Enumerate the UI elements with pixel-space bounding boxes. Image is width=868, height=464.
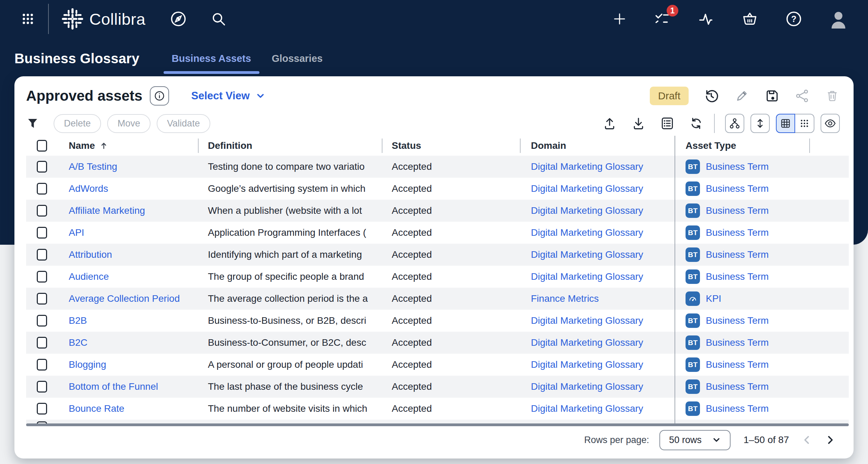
asset-name-link[interactable]: Audience <box>69 271 109 282</box>
basket-icon[interactable] <box>741 10 759 28</box>
asset-type-link[interactable]: Business Term <box>706 359 769 370</box>
column-header-name[interactable]: Name <box>69 136 199 156</box>
activity-icon[interactable] <box>697 10 715 28</box>
row-checkbox[interactable] <box>37 337 47 349</box>
status-cell: Accepted <box>382 337 521 348</box>
report-list-icon[interactable] <box>660 116 675 131</box>
domain-link[interactable]: Digital Marketing Glossary <box>531 161 643 172</box>
name-cell: B2C <box>69 337 199 348</box>
app-grid-icon[interactable] <box>20 11 36 27</box>
tab-glossaries[interactable]: Glossaries <box>261 41 333 76</box>
hierarchy-view-button[interactable] <box>725 114 744 133</box>
delete-button[interactable]: Delete <box>54 114 101 133</box>
delete-trash-icon[interactable] <box>825 88 840 103</box>
row-checkbox[interactable] <box>37 381 47 393</box>
column-header-asset-type[interactable]: Asset Type <box>675 136 810 156</box>
asset-type-link[interactable]: Business Term <box>706 205 769 216</box>
column-header-definition[interactable]: Definition <box>199 136 382 156</box>
info-icon[interactable] <box>150 86 169 106</box>
asset-name-link[interactable]: Blogging <box>69 359 106 370</box>
definition-cell: A personal or group of people updati <box>199 359 382 370</box>
search-icon[interactable] <box>210 10 227 27</box>
import-download-icon[interactable] <box>631 116 646 131</box>
domain-link[interactable]: Digital Marketing Glossary <box>531 183 643 194</box>
tile-view-button[interactable] <box>795 114 814 133</box>
move-button[interactable]: Move <box>107 114 151 133</box>
asset-name-link[interactable]: AdWords <box>69 183 108 194</box>
domain-link[interactable]: Digital Marketing Glossary <box>531 337 643 348</box>
validate-button[interactable]: Validate <box>157 114 210 133</box>
asset-type-link[interactable]: Business Term <box>706 227 769 238</box>
asset-name-link[interactable]: Affiliate Marketing <box>69 205 145 216</box>
domain-link[interactable]: Digital Marketing Glossary <box>531 403 643 414</box>
help-icon[interactable]: ? <box>785 10 803 28</box>
asset-type-link[interactable]: Business Term <box>706 403 769 414</box>
row-checkbox[interactable] <box>37 359 47 371</box>
row-checkbox[interactable] <box>37 293 47 305</box>
name-cell: Bottom of the Funnel <box>69 381 199 392</box>
rows-per-page-select[interactable]: 50 rows <box>659 430 731 450</box>
share-icon[interactable] <box>794 88 810 104</box>
asset-type-link[interactable]: Business Term <box>706 315 769 326</box>
create-plus-icon[interactable] <box>612 11 627 27</box>
history-icon[interactable] <box>703 88 720 104</box>
domain-link[interactable]: Digital Marketing Glossary <box>531 359 643 370</box>
edit-pencil-icon[interactable] <box>734 88 750 104</box>
asset-name-link[interactable]: API <box>69 227 84 238</box>
asset-type-link[interactable]: Business Term <box>706 271 769 282</box>
select-all-checkbox[interactable] <box>37 140 47 152</box>
domain-link[interactable]: Digital Marketing Glossary <box>531 315 643 326</box>
row-checkbox[interactable] <box>37 227 47 239</box>
asset-name-link[interactable]: Attribution <box>69 249 112 260</box>
asset-type-link[interactable]: Business Term <box>706 161 769 172</box>
table-row: Bottom of the Funnel The last phase of t… <box>26 376 849 398</box>
domain-link[interactable]: Digital Marketing Glossary <box>531 381 643 392</box>
previous-page-button[interactable] <box>799 432 815 448</box>
name-cell: Blogging <box>69 359 199 370</box>
select-view-dropdown[interactable]: Select View <box>191 90 265 102</box>
collibra-logo[interactable]: Collibra <box>61 8 145 30</box>
tasks-icon[interactable]: 1 <box>654 10 671 27</box>
asset-name-link[interactable]: Average Collection Period <box>69 293 180 304</box>
asset-type-link[interactable]: KPI <box>706 293 721 304</box>
refresh-icon[interactable] <box>689 116 704 131</box>
next-page-button[interactable] <box>822 432 838 448</box>
save-icon[interactable] <box>764 88 780 104</box>
domain-link[interactable]: Digital Marketing Glossary <box>531 227 643 238</box>
preview-button[interactable] <box>821 114 840 133</box>
row-checkbox[interactable] <box>37 183 47 195</box>
user-avatar[interactable] <box>829 9 848 29</box>
row-checkbox[interactable] <box>37 403 47 415</box>
domain-link[interactable]: Digital Marketing Glossary <box>531 205 643 216</box>
domain-link[interactable]: Finance Metrics <box>531 293 599 304</box>
asset-name-link[interactable]: Bottom of the Funnel <box>69 381 158 392</box>
domain-link[interactable]: Digital Marketing Glossary <box>531 249 643 260</box>
row-checkbox[interactable] <box>37 315 47 327</box>
asset-type-link[interactable]: Business Term <box>706 249 769 260</box>
tab-business-assets[interactable]: Business Assets <box>162 41 261 76</box>
row-height-button[interactable] <box>750 114 770 133</box>
compass-icon[interactable] <box>169 10 187 28</box>
filter-icon[interactable] <box>26 117 40 130</box>
asset-name-link[interactable]: B2B <box>69 315 87 326</box>
asset-name-link[interactable]: Bounce Rate <box>69 403 124 414</box>
domain-link[interactable]: Digital Marketing Glossary <box>531 271 643 282</box>
column-header-status[interactable]: Status <box>382 136 521 156</box>
asset-type-link[interactable]: Business Term <box>706 183 769 194</box>
asset-name-link[interactable]: B2C <box>69 337 87 348</box>
table-view-button[interactable] <box>776 114 795 133</box>
asset-type-link[interactable]: Business Term <box>706 337 769 348</box>
row-checkbox[interactable] <box>37 249 47 261</box>
dot-grid-icon <box>798 117 811 130</box>
name-cell: Affiliate Marketing <box>69 205 199 216</box>
row-checkbox[interactable] <box>37 161 47 173</box>
domain-cell: Finance Metrics <box>521 293 675 304</box>
asset-name-link[interactable]: A/B Testing <box>69 161 117 172</box>
row-checkbox[interactable] <box>37 205 47 217</box>
horizontal-scrollbar[interactable] <box>26 423 849 426</box>
asset-type-link[interactable]: Business Term <box>706 381 769 392</box>
row-checkbox[interactable] <box>37 271 47 283</box>
column-header-domain[interactable]: Domain <box>521 136 675 156</box>
export-upload-icon[interactable] <box>602 116 617 131</box>
domain-cell: Digital Marketing Glossary <box>521 249 675 260</box>
